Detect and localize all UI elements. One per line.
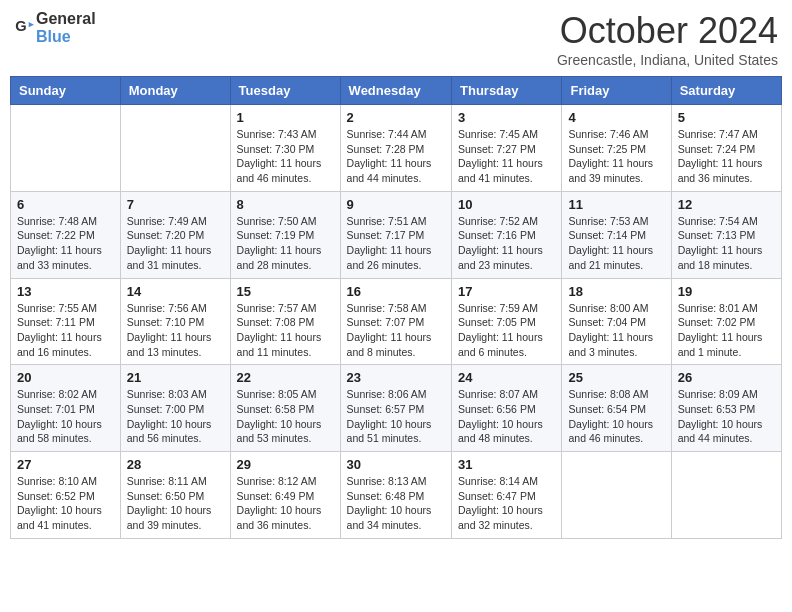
calendar-week-4: 20Sunrise: 8:02 AM Sunset: 7:01 PM Dayli… bbox=[11, 365, 782, 452]
weekday-header-row: SundayMondayTuesdayWednesdayThursdayFrid… bbox=[11, 77, 782, 105]
calendar-cell: 5Sunrise: 7:47 AM Sunset: 7:24 PM Daylig… bbox=[671, 105, 781, 192]
calendar-cell bbox=[562, 452, 671, 539]
day-info: Sunrise: 7:56 AM Sunset: 7:10 PM Dayligh… bbox=[127, 301, 224, 360]
day-number: 14 bbox=[127, 284, 224, 299]
calendar-cell: 16Sunrise: 7:58 AM Sunset: 7:07 PM Dayli… bbox=[340, 278, 451, 365]
day-info: Sunrise: 7:45 AM Sunset: 7:27 PM Dayligh… bbox=[458, 127, 555, 186]
day-info: Sunrise: 7:46 AM Sunset: 7:25 PM Dayligh… bbox=[568, 127, 664, 186]
day-info: Sunrise: 8:03 AM Sunset: 7:00 PM Dayligh… bbox=[127, 387, 224, 446]
calendar-cell: 29Sunrise: 8:12 AM Sunset: 6:49 PM Dayli… bbox=[230, 452, 340, 539]
day-number: 5 bbox=[678, 110, 775, 125]
calendar-cell bbox=[11, 105, 121, 192]
day-number: 20 bbox=[17, 370, 114, 385]
month-title: October 2024 bbox=[557, 10, 778, 52]
calendar-cell: 26Sunrise: 8:09 AM Sunset: 6:53 PM Dayli… bbox=[671, 365, 781, 452]
calendar-cell: 12Sunrise: 7:54 AM Sunset: 7:13 PM Dayli… bbox=[671, 191, 781, 278]
calendar-cell: 19Sunrise: 8:01 AM Sunset: 7:02 PM Dayli… bbox=[671, 278, 781, 365]
calendar-cell: 28Sunrise: 8:11 AM Sunset: 6:50 PM Dayli… bbox=[120, 452, 230, 539]
calendar-cell: 10Sunrise: 7:52 AM Sunset: 7:16 PM Dayli… bbox=[452, 191, 562, 278]
day-info: Sunrise: 8:07 AM Sunset: 6:56 PM Dayligh… bbox=[458, 387, 555, 446]
day-info: Sunrise: 8:13 AM Sunset: 6:48 PM Dayligh… bbox=[347, 474, 445, 533]
day-number: 17 bbox=[458, 284, 555, 299]
weekday-header-friday: Friday bbox=[562, 77, 671, 105]
calendar-cell: 22Sunrise: 8:05 AM Sunset: 6:58 PM Dayli… bbox=[230, 365, 340, 452]
calendar-cell bbox=[120, 105, 230, 192]
calendar-cell: 4Sunrise: 7:46 AM Sunset: 7:25 PM Daylig… bbox=[562, 105, 671, 192]
day-number: 28 bbox=[127, 457, 224, 472]
calendar-cell: 31Sunrise: 8:14 AM Sunset: 6:47 PM Dayli… bbox=[452, 452, 562, 539]
calendar-cell: 27Sunrise: 8:10 AM Sunset: 6:52 PM Dayli… bbox=[11, 452, 121, 539]
day-number: 1 bbox=[237, 110, 334, 125]
logo-blue: Blue bbox=[36, 28, 71, 45]
svg-marker-2 bbox=[29, 22, 34, 27]
calendar-cell: 11Sunrise: 7:53 AM Sunset: 7:14 PM Dayli… bbox=[562, 191, 671, 278]
day-number: 18 bbox=[568, 284, 664, 299]
day-number: 22 bbox=[237, 370, 334, 385]
day-info: Sunrise: 8:06 AM Sunset: 6:57 PM Dayligh… bbox=[347, 387, 445, 446]
day-number: 4 bbox=[568, 110, 664, 125]
logo-icon: G bbox=[14, 18, 34, 38]
calendar-cell: 6Sunrise: 7:48 AM Sunset: 7:22 PM Daylig… bbox=[11, 191, 121, 278]
weekday-header-monday: Monday bbox=[120, 77, 230, 105]
weekday-header-wednesday: Wednesday bbox=[340, 77, 451, 105]
day-number: 3 bbox=[458, 110, 555, 125]
day-info: Sunrise: 8:12 AM Sunset: 6:49 PM Dayligh… bbox=[237, 474, 334, 533]
day-number: 24 bbox=[458, 370, 555, 385]
calendar: SundayMondayTuesdayWednesdayThursdayFrid… bbox=[10, 76, 782, 539]
day-info: Sunrise: 8:01 AM Sunset: 7:02 PM Dayligh… bbox=[678, 301, 775, 360]
day-number: 29 bbox=[237, 457, 334, 472]
day-number: 19 bbox=[678, 284, 775, 299]
day-info: Sunrise: 7:51 AM Sunset: 7:17 PM Dayligh… bbox=[347, 214, 445, 273]
title-area: October 2024 Greencastle, Indiana, Unite… bbox=[557, 10, 778, 68]
day-info: Sunrise: 8:11 AM Sunset: 6:50 PM Dayligh… bbox=[127, 474, 224, 533]
day-info: Sunrise: 7:44 AM Sunset: 7:28 PM Dayligh… bbox=[347, 127, 445, 186]
day-info: Sunrise: 7:57 AM Sunset: 7:08 PM Dayligh… bbox=[237, 301, 334, 360]
day-number: 15 bbox=[237, 284, 334, 299]
day-info: Sunrise: 7:50 AM Sunset: 7:19 PM Dayligh… bbox=[237, 214, 334, 273]
calendar-cell bbox=[671, 452, 781, 539]
weekday-header-thursday: Thursday bbox=[452, 77, 562, 105]
calendar-cell: 21Sunrise: 8:03 AM Sunset: 7:00 PM Dayli… bbox=[120, 365, 230, 452]
calendar-cell: 9Sunrise: 7:51 AM Sunset: 7:17 PM Daylig… bbox=[340, 191, 451, 278]
svg-text:G: G bbox=[15, 18, 26, 34]
day-number: 11 bbox=[568, 197, 664, 212]
day-info: Sunrise: 7:47 AM Sunset: 7:24 PM Dayligh… bbox=[678, 127, 775, 186]
day-info: Sunrise: 8:05 AM Sunset: 6:58 PM Dayligh… bbox=[237, 387, 334, 446]
day-number: 23 bbox=[347, 370, 445, 385]
day-info: Sunrise: 7:55 AM Sunset: 7:11 PM Dayligh… bbox=[17, 301, 114, 360]
day-number: 12 bbox=[678, 197, 775, 212]
calendar-cell: 14Sunrise: 7:56 AM Sunset: 7:10 PM Dayli… bbox=[120, 278, 230, 365]
day-number: 25 bbox=[568, 370, 664, 385]
calendar-body: 1Sunrise: 7:43 AM Sunset: 7:30 PM Daylig… bbox=[11, 105, 782, 539]
day-info: Sunrise: 8:09 AM Sunset: 6:53 PM Dayligh… bbox=[678, 387, 775, 446]
day-number: 26 bbox=[678, 370, 775, 385]
day-info: Sunrise: 8:02 AM Sunset: 7:01 PM Dayligh… bbox=[17, 387, 114, 446]
calendar-week-2: 6Sunrise: 7:48 AM Sunset: 7:22 PM Daylig… bbox=[11, 191, 782, 278]
day-number: 8 bbox=[237, 197, 334, 212]
weekday-header-tuesday: Tuesday bbox=[230, 77, 340, 105]
day-info: Sunrise: 8:00 AM Sunset: 7:04 PM Dayligh… bbox=[568, 301, 664, 360]
day-info: Sunrise: 8:14 AM Sunset: 6:47 PM Dayligh… bbox=[458, 474, 555, 533]
day-number: 31 bbox=[458, 457, 555, 472]
day-number: 10 bbox=[458, 197, 555, 212]
calendar-cell: 3Sunrise: 7:45 AM Sunset: 7:27 PM Daylig… bbox=[452, 105, 562, 192]
logo-general: General bbox=[36, 10, 96, 27]
day-info: Sunrise: 7:59 AM Sunset: 7:05 PM Dayligh… bbox=[458, 301, 555, 360]
day-number: 21 bbox=[127, 370, 224, 385]
day-number: 30 bbox=[347, 457, 445, 472]
calendar-week-5: 27Sunrise: 8:10 AM Sunset: 6:52 PM Dayli… bbox=[11, 452, 782, 539]
calendar-cell: 24Sunrise: 8:07 AM Sunset: 6:56 PM Dayli… bbox=[452, 365, 562, 452]
day-number: 7 bbox=[127, 197, 224, 212]
calendar-cell: 2Sunrise: 7:44 AM Sunset: 7:28 PM Daylig… bbox=[340, 105, 451, 192]
logo: G General Blue bbox=[14, 10, 96, 46]
day-info: Sunrise: 7:52 AM Sunset: 7:16 PM Dayligh… bbox=[458, 214, 555, 273]
calendar-cell: 18Sunrise: 8:00 AM Sunset: 7:04 PM Dayli… bbox=[562, 278, 671, 365]
calendar-cell: 17Sunrise: 7:59 AM Sunset: 7:05 PM Dayli… bbox=[452, 278, 562, 365]
day-info: Sunrise: 7:54 AM Sunset: 7:13 PM Dayligh… bbox=[678, 214, 775, 273]
day-info: Sunrise: 7:58 AM Sunset: 7:07 PM Dayligh… bbox=[347, 301, 445, 360]
weekday-header-saturday: Saturday bbox=[671, 77, 781, 105]
day-number: 13 bbox=[17, 284, 114, 299]
weekday-header-sunday: Sunday bbox=[11, 77, 121, 105]
day-number: 16 bbox=[347, 284, 445, 299]
calendar-cell: 20Sunrise: 8:02 AM Sunset: 7:01 PM Dayli… bbox=[11, 365, 121, 452]
